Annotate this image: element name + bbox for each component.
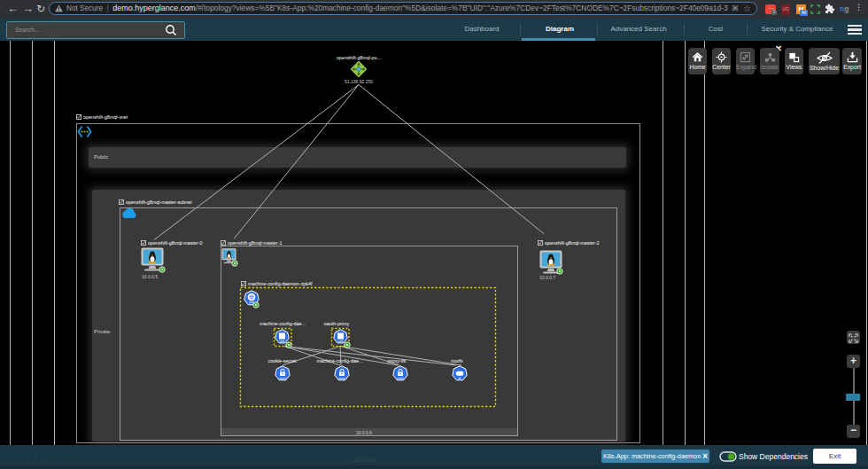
svg-text:cont: cont	[337, 340, 343, 343]
svg-text:secret: secret	[397, 377, 404, 380]
svg-text:secret: secret	[338, 377, 345, 380]
svg-text:secret: secret	[279, 377, 286, 380]
svg-text:cont: cont	[280, 340, 285, 343]
svg-text:dir: dir	[458, 377, 461, 380]
